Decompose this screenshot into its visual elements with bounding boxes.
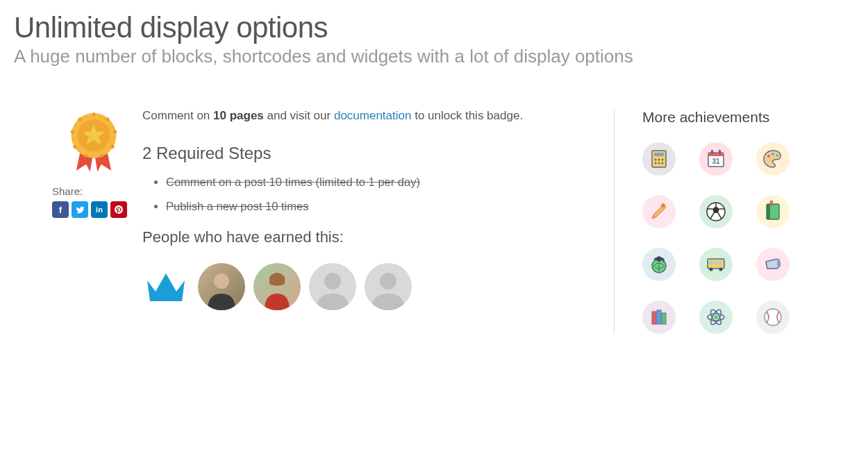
svg-rect-24 — [708, 153, 724, 156]
calculator-icon — [646, 146, 671, 171]
svg-rect-16 — [654, 153, 664, 156]
avatar-user[interactable] — [253, 263, 301, 310]
svg-rect-41 — [714, 261, 717, 264]
page-title: Unlimited display options — [14, 11, 854, 44]
svg-point-9 — [78, 117, 82, 121]
svg-point-18 — [658, 159, 660, 161]
svg-point-20 — [655, 162, 657, 164]
svg-point-19 — [662, 159, 664, 161]
iron-icon — [760, 252, 785, 277]
svg-rect-40 — [709, 261, 712, 264]
svg-point-11 — [214, 273, 229, 289]
svg-rect-47 — [657, 310, 661, 324]
svg-rect-35 — [767, 204, 770, 219]
svg-point-30 — [776, 154, 778, 157]
achievements-grid: 31 — [642, 142, 816, 334]
required-steps-heading: 2 Required Steps — [142, 144, 607, 163]
vertical-divider — [614, 109, 615, 334]
baseball-icon — [760, 305, 785, 330]
step-item: Publish a new post 10 times — [166, 200, 607, 213]
avatar-placeholder[interactable] — [365, 263, 412, 310]
earned-avatars — [142, 263, 607, 310]
svg-point-28 — [767, 155, 770, 158]
achievement-calculator[interactable] — [642, 142, 676, 176]
svg-point-5 — [99, 153, 103, 157]
share-facebook-button[interactable]: f — [52, 201, 69, 218]
svg-point-14 — [380, 273, 397, 289]
svg-point-6 — [85, 153, 88, 157]
intro-text: Comment on 10 pages and visit our docume… — [142, 109, 607, 123]
palette-icon — [760, 146, 785, 171]
avatar-placeholder[interactable] — [309, 263, 356, 310]
svg-point-49 — [714, 315, 718, 319]
calendar-icon: 31 — [703, 146, 728, 171]
svg-point-7 — [73, 145, 76, 149]
twitter-icon — [76, 205, 85, 214]
linkedin-icon: in — [96, 205, 103, 214]
step-item: Comment on a post 10 times (limited to 1… — [166, 176, 607, 189]
svg-point-3 — [113, 130, 117, 133]
people-earned-heading: People who have earned this: — [142, 228, 607, 246]
achievement-notebook[interactable] — [756, 195, 790, 228]
svg-rect-26 — [719, 150, 721, 154]
required-steps-list: Comment on a post 10 times (limited to 1… — [142, 176, 607, 213]
achievement-soccer[interactable] — [699, 195, 733, 228]
soccer-icon — [703, 199, 728, 224]
pencil-icon — [646, 199, 671, 224]
share-label: Share: — [52, 185, 135, 197]
achievement-atom[interactable] — [699, 301, 733, 334]
svg-text:31: 31 — [712, 158, 720, 165]
achievement-books[interactable] — [642, 301, 676, 334]
badge-medal-icon — [62, 109, 125, 178]
achievement-pencil[interactable] — [642, 195, 676, 228]
achievement-baseball[interactable] — [756, 301, 790, 334]
notebook-icon — [760, 199, 785, 224]
svg-point-2 — [106, 117, 109, 121]
svg-point-43 — [710, 268, 713, 271]
achievement-bus[interactable] — [699, 248, 733, 281]
globe-cap-icon — [646, 252, 671, 277]
atom-icon — [703, 305, 728, 330]
svg-rect-46 — [652, 312, 656, 324]
svg-rect-36 — [770, 201, 773, 206]
svg-rect-48 — [662, 313, 666, 324]
svg-point-1 — [92, 112, 95, 116]
achievement-palette[interactable] — [756, 142, 790, 176]
svg-rect-25 — [711, 150, 713, 154]
share-pinterest-button[interactable] — [110, 201, 127, 218]
more-achievements-heading: More achievements — [642, 109, 816, 126]
svg-rect-45 — [777, 259, 780, 266]
svg-point-4 — [110, 145, 114, 149]
avatar-crown[interactable] — [142, 263, 190, 310]
svg-point-13 — [324, 273, 341, 289]
documentation-link[interactable]: documentation — [334, 109, 412, 122]
bus-icon — [703, 252, 728, 277]
achievement-globe-cap[interactable] — [642, 248, 676, 281]
achievement-calendar[interactable]: 31 — [699, 142, 733, 176]
svg-point-17 — [655, 159, 657, 161]
facebook-icon: f — [59, 205, 62, 215]
svg-rect-42 — [719, 261, 722, 264]
page-subtitle: A huge number of blocks, shortcodes and … — [14, 46, 854, 67]
share-linkedin-button[interactable]: in — [91, 201, 108, 218]
svg-point-8 — [71, 130, 74, 133]
svg-point-29 — [771, 153, 774, 155]
achievement-iron[interactable] — [756, 248, 790, 281]
svg-point-44 — [719, 268, 723, 271]
share-twitter-button[interactable] — [72, 201, 88, 218]
crown-icon — [144, 269, 187, 304]
books-icon — [646, 305, 671, 330]
avatar-user[interactable] — [198, 263, 245, 310]
svg-point-22 — [662, 162, 664, 164]
pinterest-icon — [115, 205, 123, 214]
svg-rect-38 — [663, 259, 665, 262]
svg-point-21 — [658, 162, 660, 164]
